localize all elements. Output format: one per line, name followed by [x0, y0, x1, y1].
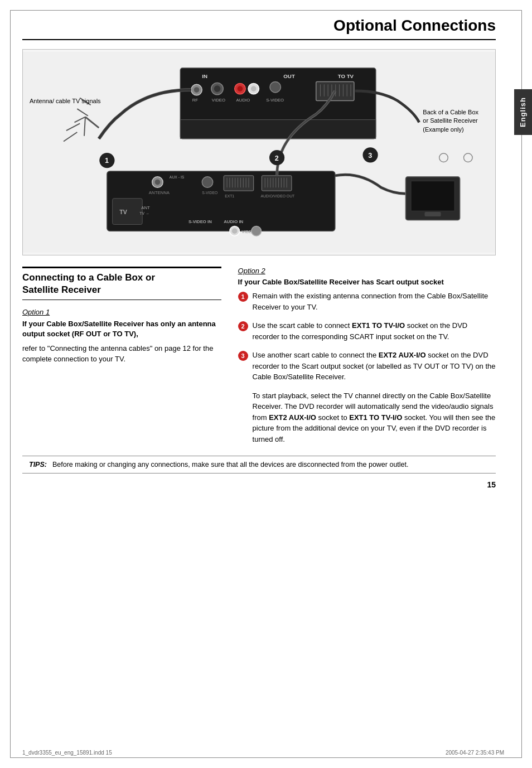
- right-column: Option 2 If your Cable Box/Satellite Rec…: [238, 267, 496, 445]
- svg-text:IN: IN: [202, 73, 207, 79]
- circle-2: 2: [238, 321, 248, 331]
- footer: 1_dvdr3355_eu_eng_15891.indd 15 2005-04-…: [22, 750, 504, 756]
- tips-text: Before making or changing any connection…: [52, 461, 409, 468]
- page-number: 15: [22, 480, 496, 489]
- svg-text:RF: RF: [192, 98, 199, 103]
- svg-rect-17: [270, 81, 280, 92]
- language-tab: English: [514, 89, 532, 135]
- item3-extra-text: To start playback, select the TV channel…: [253, 390, 496, 445]
- numbered-list: 1 Remain with the existing antenna conne…: [238, 291, 496, 383]
- page-border-top: [10, 10, 522, 11]
- svg-text:AUDIO/VIDEO OUT: AUDIO/VIDEO OUT: [260, 194, 294, 198]
- svg-text:AUDIO: AUDIO: [236, 98, 250, 103]
- svg-rect-82: [411, 181, 454, 211]
- section-title-bar: Connecting to a Cable Box or Satellite R…: [22, 267, 221, 300]
- main-content: Optional Connections IN OUT TO TV RF VID…: [22, 17, 496, 489]
- svg-point-15: [251, 86, 257, 91]
- left-column: Connecting to a Cable Box or Satellite R…: [22, 267, 221, 445]
- svg-text:TV →: TV →: [139, 211, 149, 215]
- svg-text:3: 3: [368, 152, 372, 160]
- svg-text:VIDEO: VIDEO: [212, 98, 225, 103]
- svg-text:EXT1: EXT1: [225, 194, 234, 198]
- option2-label: Option 2: [238, 267, 496, 275]
- diagram-antenna-label: Antenna/ cable TV signals: [30, 97, 101, 105]
- svg-text:1: 1: [105, 157, 109, 165]
- footer-right: 2005-04-27 2:35:43 PM: [446, 750, 504, 756]
- svg-point-13: [238, 86, 243, 91]
- svg-text:ANTENNA: ANTENNA: [149, 190, 170, 195]
- circle-3: 3: [238, 351, 248, 361]
- content-section: Connecting to a Cable Box or Satellite R…: [22, 267, 496, 445]
- svg-text:TV: TV: [119, 209, 128, 215]
- page-border-bottom: [10, 757, 522, 758]
- connection-diagram: IN OUT TO TV RF VIDEO AUDIO S-VIDEO: [22, 49, 496, 255]
- tips-bar: TIPS: Before making or changing any conn…: [22, 456, 496, 474]
- svg-point-7: [194, 87, 200, 93]
- svg-text:S-VIDEO: S-VIDEO: [202, 191, 217, 195]
- option1-label: Option 1: [22, 308, 221, 316]
- svg-text:AUDIO IN: AUDIO IN: [224, 219, 243, 224]
- svg-point-44: [155, 180, 161, 185]
- list-item-3: 3 Use another scart cable to connect the…: [238, 350, 496, 383]
- svg-rect-83: [424, 212, 441, 216]
- circle-1: 1: [238, 292, 248, 302]
- svg-point-10: [214, 85, 221, 92]
- svg-rect-2: [180, 120, 375, 139]
- diagram-backbox-label: Back of a Cable Box or Satellite Receive…: [423, 108, 478, 134]
- page-title: Optional Connections: [22, 17, 496, 40]
- svg-text:OUT: OUT: [283, 73, 295, 79]
- svg-point-74: [232, 228, 238, 234]
- svg-text:S-VIDEO IN: S-VIDEO IN: [188, 219, 212, 224]
- svg-point-47: [202, 177, 212, 187]
- list-item-1: 1 Remain with the existing antenna conne…: [238, 291, 496, 312]
- svg-text:TO TV: TO TV: [338, 73, 354, 79]
- svg-text:ANT: ANT: [141, 205, 150, 210]
- page-border-left: [10, 10, 11, 758]
- option2-heading: If your Cable Box/Satellite Receiver has…: [238, 277, 496, 287]
- item2-text: Use the scart cable to connect EXT1 TO T…: [253, 320, 496, 342]
- svg-rect-49: [224, 176, 254, 191]
- tips-label: TIPS:: [29, 461, 47, 468]
- option1-heading: If your Cable Box/Satellite Receiver has…: [22, 319, 221, 339]
- svg-text:S-VIDEO: S-VIDEO: [266, 98, 284, 103]
- svg-rect-60: [262, 176, 292, 191]
- section-title: Connecting to a Cable Box or Satellite R…: [22, 272, 221, 296]
- option1-body: refer to "Connecting the antenna cables"…: [22, 343, 221, 365]
- svg-text:2: 2: [275, 154, 279, 162]
- svg-text:AUX - IS: AUX - IS: [170, 175, 185, 179]
- list-item-2: 2 Use the scart cable to connect EXT1 TO…: [238, 320, 496, 342]
- item1-text: Remain with the existing antenna connect…: [253, 291, 496, 312]
- svg-rect-41: [113, 199, 143, 225]
- item3-text: Use another scart cable to connect the E…: [253, 350, 496, 383]
- svg-point-76: [252, 226, 262, 236]
- footer-left: 1_dvdr3355_eu_eng_15891.indd 15: [22, 750, 112, 756]
